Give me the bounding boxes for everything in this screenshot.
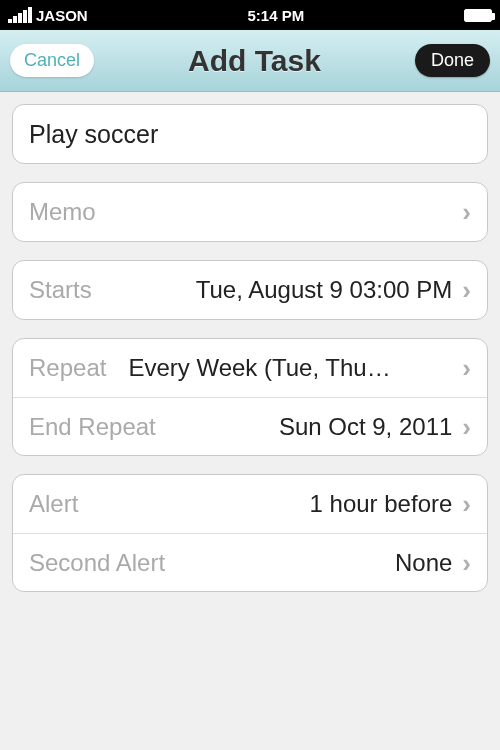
memo-group: Memo › xyxy=(12,182,488,242)
status-left: JASON xyxy=(8,7,88,24)
signal-icon xyxy=(8,7,32,23)
nav-bar: Cancel Add Task Done xyxy=(0,30,500,92)
chevron-right-icon: › xyxy=(462,355,471,381)
second-alert-row[interactable]: Second Alert None › xyxy=(13,533,487,591)
title-group xyxy=(12,104,488,164)
second-alert-value: None xyxy=(183,549,452,577)
done-button[interactable]: Done xyxy=(415,44,490,77)
starts-value: Tue, August 9 03:00 PM xyxy=(110,276,453,304)
alert-label: Alert xyxy=(29,490,78,518)
chevron-right-icon: › xyxy=(462,277,471,303)
starts-row[interactable]: Starts Tue, August 9 03:00 PM › xyxy=(13,261,487,319)
status-time: 5:14 PM xyxy=(247,7,304,24)
cancel-button[interactable]: Cancel xyxy=(10,44,94,77)
page-title: Add Task xyxy=(188,44,321,78)
task-title-row[interactable] xyxy=(13,105,487,163)
end-repeat-label: End Repeat xyxy=(29,413,156,441)
starts-label: Starts xyxy=(29,276,92,304)
content: Memo › Starts Tue, August 9 03:00 PM › R… xyxy=(0,92,500,622)
chevron-right-icon: › xyxy=(462,414,471,440)
alert-group: Alert 1 hour before › Second Alert None … xyxy=(12,474,488,592)
memo-label: Memo xyxy=(29,198,452,226)
alert-row[interactable]: Alert 1 hour before › xyxy=(13,475,487,533)
repeat-value: Every Week (Tue, Thu… xyxy=(128,354,452,382)
end-repeat-row[interactable]: End Repeat Sun Oct 9, 2011 › xyxy=(13,397,487,455)
repeat-label: Repeat xyxy=(29,354,106,382)
alert-value: 1 hour before xyxy=(96,490,452,518)
carrier-label: JASON xyxy=(36,7,88,24)
second-alert-label: Second Alert xyxy=(29,549,165,577)
chevron-right-icon: › xyxy=(462,199,471,225)
repeat-row[interactable]: Repeat Every Week (Tue, Thu… › xyxy=(13,339,487,397)
chevron-right-icon: › xyxy=(462,550,471,576)
status-bar: JASON 5:14 PM xyxy=(0,0,500,30)
memo-row[interactable]: Memo › xyxy=(13,183,487,241)
task-title-input[interactable] xyxy=(29,120,471,149)
starts-group: Starts Tue, August 9 03:00 PM › xyxy=(12,260,488,320)
chevron-right-icon: › xyxy=(462,491,471,517)
battery-icon xyxy=(464,9,492,22)
end-repeat-value: Sun Oct 9, 2011 xyxy=(174,413,453,441)
repeat-group: Repeat Every Week (Tue, Thu… › End Repea… xyxy=(12,338,488,456)
